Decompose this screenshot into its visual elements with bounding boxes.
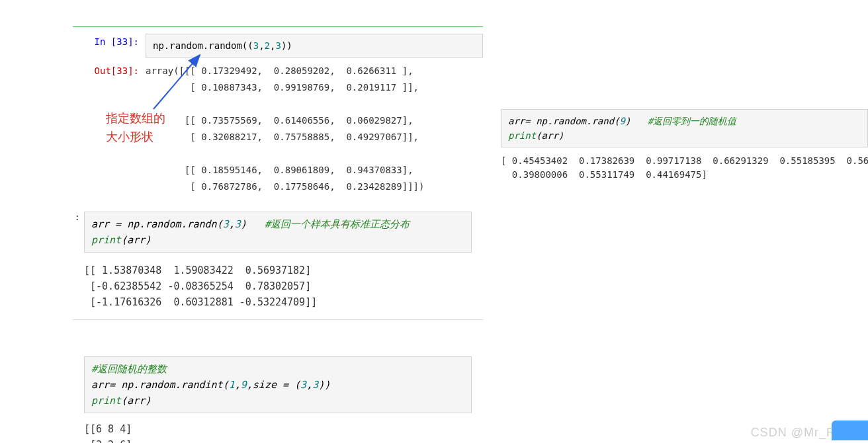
corner-badge-icon [832, 421, 868, 440]
spacer [73, 356, 84, 413]
c3-print-post: (arr) [121, 395, 151, 407]
c3-d: 3 [312, 379, 318, 391]
num-c: 3 [275, 40, 281, 51]
c3-c2: , [306, 379, 312, 391]
code-box-2: arr = np.random.randn(3,3) #返回一个样本具有标准正态… [84, 212, 472, 253]
c2-post: ) [241, 218, 247, 230]
r-print: print [508, 130, 536, 141]
right-output: [ 0.45453402 0.17382639 0.99717138 0.662… [501, 154, 868, 182]
divider-top [73, 26, 483, 27]
r-pre: arr= np.random.rand( [508, 116, 620, 126]
comma1: , [259, 40, 264, 51]
c2-a: 3 [223, 218, 229, 230]
c3-a: 1 [229, 379, 235, 391]
c2-b: 3 [235, 218, 241, 230]
code-box-1: np.random.random((3,2,3)) [146, 34, 483, 58]
c3-c: 3 [300, 379, 306, 391]
c3-print: print [91, 395, 121, 407]
c2-pre: arr = np.random.randn( [91, 218, 223, 230]
c2-comma: , [229, 218, 235, 230]
c3-pre: arr= np.random.randint( [91, 379, 229, 391]
c2-comment: #返回一个样本具有标准正态分布 [265, 218, 410, 230]
right-code-box: arr= np.random.rand(9) #返回零到一的随机值 print(… [501, 109, 868, 147]
r-print-post: (arr) [536, 130, 564, 141]
num-a: 3 [253, 40, 259, 51]
r-post: ) [625, 116, 630, 126]
c3-comment: #返回随机的整数 [91, 361, 464, 377]
in-prompt: In [33]: [73, 34, 146, 50]
c2-print: print [91, 234, 121, 246]
code-suffix: )) [281, 40, 292, 51]
output-prefix: array( [146, 65, 179, 76]
output-2: [[ 1.53870348 1.59083422 0.56937182] [-0… [84, 262, 483, 310]
c2-print-post: (arr) [121, 234, 151, 246]
cell-2: : arr = np.random.randn(3,3) #返回一个样本具有标准… [73, 212, 483, 320]
code-box-3: #返回随机的整数 arr= np.random.randint(1,9,size… [84, 356, 472, 413]
c3-b: 9 [241, 379, 247, 391]
c3-mid: ,size = ( [247, 379, 300, 391]
divider-2 [73, 319, 483, 320]
colon-prompt: : [73, 212, 84, 253]
cell-3: #返回随机的整数 arr= np.random.randint(1,9,size… [73, 356, 483, 443]
r-num: 9 [620, 116, 625, 126]
annotation-text: 指定数组的 大小形状 [106, 109, 165, 146]
left-column: In [33]: np.random.random((3,2,3)) Out[3… [73, 26, 483, 443]
r-comment: #返回零到一的随机值 [648, 116, 736, 126]
code-prefix: np.random.random(( [153, 40, 253, 51]
c3-post: )) [318, 379, 330, 391]
output-body: [[[ 0.17329492, 0.28059202, 0.6266311 ],… [146, 65, 424, 192]
output-3: [[6 8 4] [3 2 6] [3 1 3]] [84, 421, 483, 443]
right-column: arr= np.random.rand(9) #返回零到一的随机值 print(… [501, 109, 868, 182]
output-1: array([[[ 0.17329492, 0.28059202, 0.6266… [146, 63, 424, 195]
out-prompt: Out[33]: [73, 63, 146, 79]
c3-c1: , [235, 379, 241, 391]
num-b: 2 [265, 40, 270, 51]
annotation-content: 指定数组的 大小形状 [106, 112, 165, 143]
cell-1: In [33]: np.random.random((3,2,3)) [73, 34, 483, 58]
